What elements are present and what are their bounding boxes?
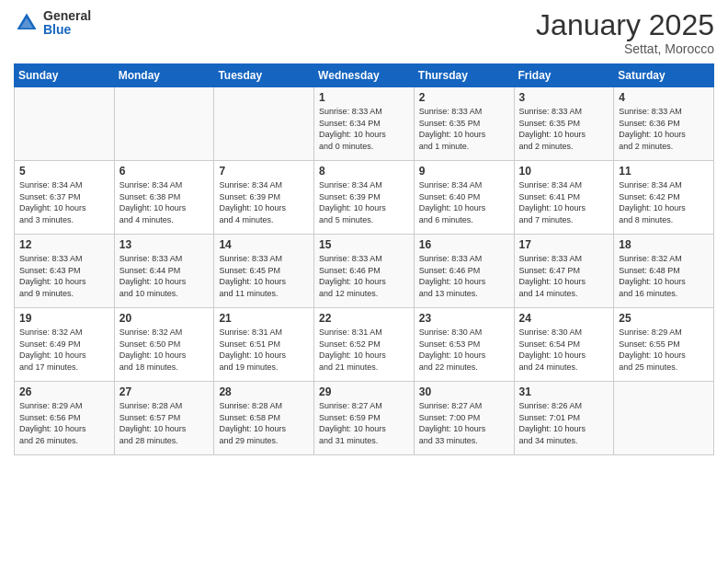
col-header-wednesday: Wednesday bbox=[314, 64, 415, 87]
day-info: Sunrise: 8:27 AM Sunset: 6:59 PM Dayligh… bbox=[319, 400, 409, 446]
logo-icon bbox=[14, 10, 40, 36]
day-number: 3 bbox=[519, 91, 609, 104]
logo-blue-text: Blue bbox=[43, 23, 91, 37]
page: General Blue January 2025 Settat, Morocc… bbox=[0, 0, 728, 563]
calendar-cell: 3Sunrise: 8:33 AM Sunset: 6:35 PM Daylig… bbox=[514, 87, 614, 161]
day-info: Sunrise: 8:34 AM Sunset: 6:39 PM Dayligh… bbox=[219, 179, 309, 225]
calendar-cell: 31Sunrise: 8:26 AM Sunset: 7:01 PM Dayli… bbox=[514, 382, 614, 455]
day-number: 17 bbox=[519, 238, 609, 251]
day-info: Sunrise: 8:30 AM Sunset: 6:53 PM Dayligh… bbox=[419, 327, 509, 373]
calendar-cell: 11Sunrise: 8:34 AM Sunset: 6:42 PM Dayli… bbox=[614, 161, 714, 235]
day-info: Sunrise: 8:34 AM Sunset: 6:42 PM Dayligh… bbox=[619, 179, 709, 225]
calendar-week-5: 26Sunrise: 8:29 AM Sunset: 6:56 PM Dayli… bbox=[15, 382, 714, 455]
day-info: Sunrise: 8:28 AM Sunset: 6:57 PM Dayligh… bbox=[119, 400, 210, 446]
calendar-cell: 1Sunrise: 8:33 AM Sunset: 6:34 PM Daylig… bbox=[314, 87, 415, 161]
day-info: Sunrise: 8:33 AM Sunset: 6:47 PM Dayligh… bbox=[519, 253, 609, 299]
day-number: 18 bbox=[619, 238, 709, 251]
calendar-cell: 6Sunrise: 8:34 AM Sunset: 6:38 PM Daylig… bbox=[114, 161, 214, 235]
day-number: 24 bbox=[519, 312, 609, 325]
calendar-cell: 19Sunrise: 8:32 AM Sunset: 6:49 PM Dayli… bbox=[15, 308, 115, 382]
day-number: 21 bbox=[219, 312, 309, 325]
day-number: 27 bbox=[119, 385, 210, 398]
calendar-cell: 9Sunrise: 8:34 AM Sunset: 6:40 PM Daylig… bbox=[414, 161, 514, 235]
day-number: 26 bbox=[19, 385, 109, 398]
calendar-cell: 14Sunrise: 8:33 AM Sunset: 6:45 PM Dayli… bbox=[214, 235, 314, 308]
day-info: Sunrise: 8:31 AM Sunset: 6:52 PM Dayligh… bbox=[319, 327, 409, 373]
day-number: 9 bbox=[419, 165, 509, 178]
calendar-table: SundayMondayTuesdayWednesdayThursdayFrid… bbox=[14, 63, 714, 455]
day-number: 16 bbox=[419, 238, 509, 251]
calendar-cell bbox=[114, 87, 214, 161]
calendar-cell: 8Sunrise: 8:34 AM Sunset: 6:39 PM Daylig… bbox=[314, 161, 415, 235]
day-info: Sunrise: 8:32 AM Sunset: 6:49 PM Dayligh… bbox=[19, 327, 109, 373]
day-info: Sunrise: 8:29 AM Sunset: 6:55 PM Dayligh… bbox=[619, 327, 709, 373]
calendar-cell: 5Sunrise: 8:34 AM Sunset: 6:37 PM Daylig… bbox=[15, 161, 115, 235]
calendar-week-4: 19Sunrise: 8:32 AM Sunset: 6:49 PM Dayli… bbox=[15, 308, 714, 382]
calendar-cell: 24Sunrise: 8:30 AM Sunset: 6:54 PM Dayli… bbox=[514, 308, 614, 382]
day-number: 12 bbox=[19, 238, 109, 251]
logo-general-text: General bbox=[43, 9, 91, 23]
calendar-cell: 28Sunrise: 8:28 AM Sunset: 6:58 PM Dayli… bbox=[214, 382, 314, 455]
day-info: Sunrise: 8:34 AM Sunset: 6:39 PM Dayligh… bbox=[319, 179, 409, 225]
calendar-cell: 13Sunrise: 8:33 AM Sunset: 6:44 PM Dayli… bbox=[114, 235, 214, 308]
day-info: Sunrise: 8:33 AM Sunset: 6:44 PM Dayligh… bbox=[119, 253, 210, 299]
calendar-cell: 15Sunrise: 8:33 AM Sunset: 6:46 PM Dayli… bbox=[314, 235, 415, 308]
day-number: 8 bbox=[319, 165, 409, 178]
day-info: Sunrise: 8:28 AM Sunset: 6:58 PM Dayligh… bbox=[219, 400, 309, 446]
day-info: Sunrise: 8:33 AM Sunset: 6:46 PM Dayligh… bbox=[319, 253, 409, 299]
day-number: 14 bbox=[219, 238, 309, 251]
col-header-friday: Friday bbox=[514, 64, 614, 87]
day-info: Sunrise: 8:33 AM Sunset: 6:45 PM Dayligh… bbox=[219, 253, 309, 299]
day-number: 4 bbox=[619, 91, 709, 104]
day-number: 29 bbox=[319, 385, 409, 398]
day-number: 5 bbox=[19, 165, 109, 178]
logo: General Blue bbox=[14, 9, 91, 38]
day-number: 23 bbox=[419, 312, 509, 325]
day-info: Sunrise: 8:27 AM Sunset: 7:00 PM Dayligh… bbox=[419, 400, 509, 446]
calendar-cell: 4Sunrise: 8:33 AM Sunset: 6:36 PM Daylig… bbox=[614, 87, 714, 161]
calendar-cell bbox=[15, 87, 115, 161]
calendar-cell: 27Sunrise: 8:28 AM Sunset: 6:57 PM Dayli… bbox=[114, 382, 214, 455]
calendar-cell: 20Sunrise: 8:32 AM Sunset: 6:50 PM Dayli… bbox=[114, 308, 214, 382]
day-number: 2 bbox=[419, 91, 509, 104]
day-info: Sunrise: 8:31 AM Sunset: 6:51 PM Dayligh… bbox=[219, 327, 309, 373]
calendar-cell: 30Sunrise: 8:27 AM Sunset: 7:00 PM Dayli… bbox=[414, 382, 514, 455]
day-info: Sunrise: 8:34 AM Sunset: 6:38 PM Dayligh… bbox=[119, 179, 210, 225]
day-number: 13 bbox=[119, 238, 210, 251]
day-number: 6 bbox=[119, 165, 210, 178]
calendar-cell: 10Sunrise: 8:34 AM Sunset: 6:41 PM Dayli… bbox=[514, 161, 614, 235]
col-header-sunday: Sunday bbox=[15, 64, 115, 87]
header: General Blue January 2025 Settat, Morocc… bbox=[14, 9, 714, 56]
day-info: Sunrise: 8:33 AM Sunset: 6:36 PM Dayligh… bbox=[619, 106, 709, 152]
calendar-cell: 29Sunrise: 8:27 AM Sunset: 6:59 PM Dayli… bbox=[314, 382, 415, 455]
logo-text: General Blue bbox=[43, 9, 91, 38]
title-block: January 2025 Settat, Morocco bbox=[536, 9, 714, 56]
calendar-header-row: SundayMondayTuesdayWednesdayThursdayFrid… bbox=[15, 64, 714, 87]
day-number: 31 bbox=[519, 385, 609, 398]
calendar-week-1: 1Sunrise: 8:33 AM Sunset: 6:34 PM Daylig… bbox=[15, 87, 714, 161]
day-number: 11 bbox=[619, 165, 709, 178]
calendar-cell: 12Sunrise: 8:33 AM Sunset: 6:43 PM Dayli… bbox=[15, 235, 115, 308]
day-number: 28 bbox=[219, 385, 309, 398]
day-info: Sunrise: 8:33 AM Sunset: 6:43 PM Dayligh… bbox=[19, 253, 109, 299]
col-header-tuesday: Tuesday bbox=[214, 64, 314, 87]
calendar-cell: 16Sunrise: 8:33 AM Sunset: 6:46 PM Dayli… bbox=[414, 235, 514, 308]
day-number: 22 bbox=[319, 312, 409, 325]
calendar-cell: 2Sunrise: 8:33 AM Sunset: 6:35 PM Daylig… bbox=[414, 87, 514, 161]
day-number: 30 bbox=[419, 385, 509, 398]
day-info: Sunrise: 8:26 AM Sunset: 7:01 PM Dayligh… bbox=[519, 400, 609, 446]
day-info: Sunrise: 8:34 AM Sunset: 6:40 PM Dayligh… bbox=[419, 179, 509, 225]
day-number: 15 bbox=[319, 238, 409, 251]
month-title: January 2025 bbox=[536, 9, 714, 41]
calendar-week-3: 12Sunrise: 8:33 AM Sunset: 6:43 PM Dayli… bbox=[15, 235, 714, 308]
calendar-cell bbox=[214, 87, 314, 161]
calendar-cell: 22Sunrise: 8:31 AM Sunset: 6:52 PM Dayli… bbox=[314, 308, 415, 382]
col-header-thursday: Thursday bbox=[414, 64, 514, 87]
day-info: Sunrise: 8:29 AM Sunset: 6:56 PM Dayligh… bbox=[19, 400, 109, 446]
location-subtitle: Settat, Morocco bbox=[536, 41, 714, 56]
calendar-cell: 17Sunrise: 8:33 AM Sunset: 6:47 PM Dayli… bbox=[514, 235, 614, 308]
calendar-cell: 21Sunrise: 8:31 AM Sunset: 6:51 PM Dayli… bbox=[214, 308, 314, 382]
calendar-cell: 23Sunrise: 8:30 AM Sunset: 6:53 PM Dayli… bbox=[414, 308, 514, 382]
day-number: 10 bbox=[519, 165, 609, 178]
day-number: 19 bbox=[19, 312, 109, 325]
